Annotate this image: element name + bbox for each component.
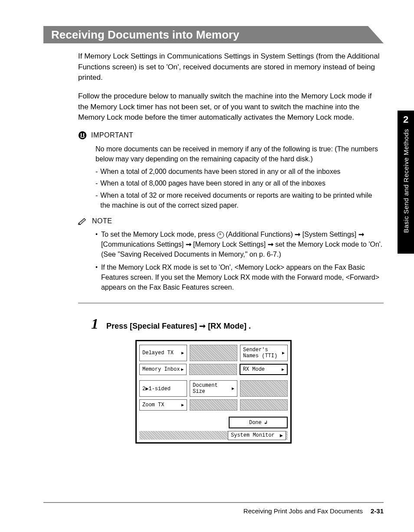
page-number: 2-31 bbox=[371, 507, 384, 515]
document-size-button[interactable]: Document Size▶ bbox=[190, 380, 237, 397]
page-footer: Receiving Print Jobs and Fax Documents 2… bbox=[43, 502, 384, 515]
disabled-slot-4 bbox=[190, 399, 237, 411]
important-heading: IMPORTANT bbox=[91, 131, 133, 139]
rx-mode-button[interactable]: RX Mode▶ bbox=[240, 364, 288, 375]
disabled-slot-3 bbox=[240, 380, 288, 397]
done-button[interactable]: Done↲ bbox=[229, 417, 288, 428]
step-1: 1 Press [Special Features] ➞ [RX Mode] . bbox=[91, 316, 384, 332]
system-monitor-button[interactable]: System Monitor▶ bbox=[228, 431, 286, 440]
note-icon bbox=[78, 217, 88, 225]
note-callout: NOTE bbox=[78, 217, 384, 225]
note-item-2: If the Memory Lock RX mode is set to 'On… bbox=[101, 262, 384, 293]
section-title-bar: Receiving Documents into Memory bbox=[43, 26, 384, 43]
status-bar: System Monitor▶ bbox=[139, 431, 288, 440]
svg-rect-2 bbox=[83, 133, 85, 137]
paragraph-2: Follow the procedure below to manually s… bbox=[78, 91, 384, 123]
important-item-2: When a total of 8,000 pages have been st… bbox=[100, 178, 325, 188]
important-item-1: When a total of 2,000 documents have bee… bbox=[100, 166, 340, 176]
note-list: • To set the Memory Lock mode, press ✳ (… bbox=[95, 229, 384, 292]
lcd-screen: Delayed TX▶ Sender's Names (TTI)▶ Memory… bbox=[135, 340, 292, 444]
important-lead: No more documents can be received in mem… bbox=[95, 144, 384, 164]
svg-point-0 bbox=[79, 131, 86, 139]
step-number: 1 bbox=[91, 316, 99, 332]
chapter-label: Basic Send and Receive Methods bbox=[402, 129, 410, 233]
important-callout: IMPORTANT bbox=[78, 131, 384, 140]
footer-title: Receiving Print Jobs and Fax Documents bbox=[243, 507, 363, 515]
disabled-slot-2 bbox=[189, 364, 237, 375]
important-item-3: When a total of 32 or more received docu… bbox=[100, 190, 384, 210]
svg-rect-1 bbox=[81, 133, 82, 137]
additional-functions-icon: ✳ bbox=[217, 232, 224, 238]
note-heading: NOTE bbox=[92, 217, 112, 225]
note-item-1: To set the Memory Lock mode, press ✳ (Ad… bbox=[101, 229, 384, 260]
disabled-slot-5 bbox=[240, 399, 288, 411]
paragraph-1: If Memory Lock Settings in Communication… bbox=[78, 51, 384, 83]
two-to-one-sided-button[interactable]: 2▶1-sided bbox=[139, 380, 187, 397]
senders-names-button[interactable]: Sender's Names (TTI)▶ bbox=[240, 345, 288, 361]
chapter-side-tab: 2 Basic Send and Receive Methods bbox=[398, 111, 414, 254]
step-text: Press [Special Features] ➞ [RX Mode] . bbox=[106, 321, 251, 331]
important-list: -When a total of 2,000 documents have be… bbox=[95, 166, 384, 210]
delayed-tx-button[interactable]: Delayed TX▶ bbox=[139, 345, 187, 361]
section-title: Receiving Documents into Memory bbox=[51, 28, 239, 42]
chapter-number: 2 bbox=[403, 114, 408, 125]
zoom-tx-button[interactable]: Zoom TX▶ bbox=[139, 399, 187, 411]
divider bbox=[78, 303, 384, 304]
enter-icon: ↲ bbox=[264, 419, 267, 426]
disabled-slot-1 bbox=[190, 345, 237, 361]
important-icon bbox=[78, 131, 87, 140]
memory-inbox-button[interactable]: Memory Inbox▶ bbox=[139, 364, 187, 375]
